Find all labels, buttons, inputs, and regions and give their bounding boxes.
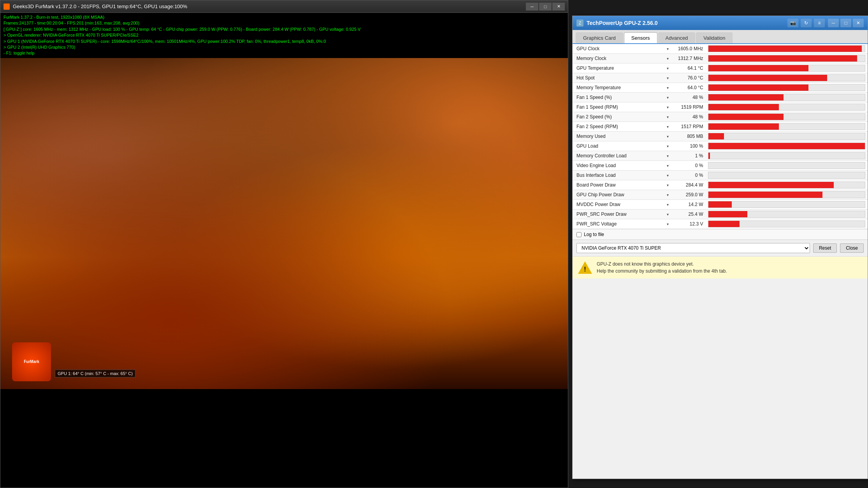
tab-validation[interactable]: Validation	[696, 32, 733, 43]
sensor-bar-cell	[706, 73, 868, 83]
sensor-name-cell: PWR_SRC Power Draw	[573, 210, 663, 219]
sensor-dropdown-cell[interactable]: ▾	[663, 54, 673, 63]
dropdown-arrow-icon[interactable]: ▾	[667, 164, 669, 168]
gpuz-refresh-btn[interactable]: ↻	[801, 19, 812, 27]
sensor-dropdown-cell[interactable]: ▾	[663, 141, 673, 151]
sensor-dropdown-cell[interactable]: ▾	[663, 93, 673, 102]
tab-advanced[interactable]: Advanced	[658, 32, 696, 43]
sensor-dropdown-cell[interactable]: ▾	[663, 83, 673, 93]
sensor-bar-inner	[708, 133, 724, 139]
dropdown-arrow-icon[interactable]: ▾	[667, 105, 669, 109]
furmark-info-bar: FurMark 1.37.2 - Burn-in test, 1920x1080…	[0, 13, 568, 58]
sensor-value-cell: 805 MB	[673, 132, 705, 141]
gpuz-minimize-btn[interactable]: ─	[828, 19, 839, 27]
log-to-file-checkbox[interactable]	[576, 232, 582, 237]
table-row: Bus Interface Load▾0 %	[573, 171, 868, 180]
sensor-name-cell: GPU Load	[573, 141, 663, 151]
gpuz-camera-btn[interactable]: 📷	[787, 19, 798, 27]
dropdown-arrow-icon[interactable]: ▾	[667, 144, 669, 148]
sensors-scroll-container[interactable]: GPU Clock▾1605.0 MHzMemory Clock▾1312.7 …	[573, 44, 868, 229]
sensor-value-cell: 0 %	[673, 171, 705, 180]
tab-graphics-card[interactable]: Graphics Card	[576, 32, 623, 43]
sensor-dropdown-cell[interactable]: ▾	[663, 219, 673, 229]
sensor-bar-outer	[708, 133, 865, 140]
close-button[interactable]: Close	[840, 243, 864, 253]
sensor-value-cell: 1519 RPM	[673, 102, 705, 112]
gpu-temp-text: GPU 1: 64° C (min: 57° C - max: 65° C)	[58, 371, 133, 376]
sensor-name-cell: Memory Clock	[573, 54, 663, 63]
sensor-name-cell: Fan 1 Speed (%)	[573, 93, 663, 102]
gpuz-menu-btn[interactable]: ≡	[814, 19, 825, 27]
sensor-bar-inner	[708, 85, 809, 91]
sensor-value-cell: 1605.0 MHz	[673, 44, 705, 54]
sensor-dropdown-cell[interactable]: ▾	[663, 151, 673, 161]
furmark-minimize-btn[interactable]: ─	[526, 3, 538, 11]
sensor-bar-outer	[708, 123, 865, 130]
furmark-canvas: FurMark GPU 1: 64° C (min: 57° C - max: …	[0, 58, 568, 389]
dropdown-arrow-icon[interactable]: ▾	[667, 154, 669, 158]
device-select[interactable]: NVIDIA GeForce RTX 4070 Ti SUPER	[576, 243, 810, 253]
furmark-info-line-2: Frames:241377 - time:00:20:04 - FPS:201 …	[4, 20, 565, 26]
sensor-dropdown-cell[interactable]: ▾	[663, 180, 673, 190]
sensor-dropdown-cell[interactable]: ▾	[663, 44, 673, 54]
sensor-value-cell: 1517 RPM	[673, 122, 705, 132]
table-row: GPU Load▾100 %	[573, 141, 868, 151]
dropdown-arrow-icon[interactable]: ▾	[667, 183, 669, 187]
furmark-window-controls: ─ □ ✕	[526, 3, 565, 11]
sensor-name-cell: Memory Controller Load	[573, 151, 663, 161]
sensor-dropdown-cell[interactable]: ▾	[663, 210, 673, 219]
dropdown-arrow-icon[interactable]: ▾	[667, 115, 669, 119]
furmark-info-line-1: FurMark 1.37.2 - Burn-in test, 1920x1080…	[4, 14, 565, 20]
dropdown-arrow-icon[interactable]: ▾	[667, 66, 669, 70]
sensor-dropdown-cell[interactable]: ▾	[663, 190, 673, 200]
sensor-name-cell: Fan 2 Speed (RPM)	[573, 122, 663, 132]
dropdown-arrow-icon[interactable]: ▾	[667, 203, 669, 207]
gpuz-warning-bar: ! GPU-Z does not know this graphics devi…	[573, 256, 868, 278]
sensor-bar-cell	[706, 122, 868, 132]
sensor-dropdown-cell[interactable]: ▾	[663, 63, 673, 73]
table-row: Hot Spot▾76.0 °C	[573, 73, 868, 83]
gpuz-close-btn[interactable]: ✕	[853, 19, 864, 27]
dropdown-arrow-icon[interactable]: ▾	[667, 173, 669, 178]
dropdown-arrow-icon[interactable]: ▾	[667, 47, 669, 51]
sensor-dropdown-cell[interactable]: ▾	[663, 171, 673, 180]
sensor-value-cell: 100 %	[673, 141, 705, 151]
sensor-bar-outer	[708, 55, 865, 62]
sensor-dropdown-cell[interactable]: ▾	[663, 112, 673, 122]
log-to-file-label[interactable]: Log to file	[584, 232, 604, 237]
sensor-bar-outer	[708, 181, 865, 189]
sensor-bar-cell	[706, 190, 868, 200]
sensor-dropdown-cell[interactable]: ▾	[663, 73, 673, 83]
furmark-close-btn[interactable]: ✕	[552, 3, 565, 11]
dropdown-arrow-icon[interactable]: ▾	[667, 125, 669, 129]
dropdown-arrow-icon[interactable]: ▾	[667, 134, 669, 139]
sensor-bar-outer	[708, 143, 865, 150]
sensor-bar-cell	[706, 44, 868, 54]
dropdown-arrow-icon[interactable]: ▾	[667, 86, 669, 90]
sensor-bar-inner	[708, 75, 828, 81]
tab-sensors[interactable]: Sensors	[624, 32, 657, 43]
gpuz-maximize-btn[interactable]: □	[840, 19, 851, 27]
furmark-maximize-btn[interactable]: □	[539, 3, 552, 11]
sensor-value-cell: 64.1 °C	[673, 63, 705, 73]
sensor-dropdown-cell[interactable]: ▾	[663, 161, 673, 171]
sensor-bar-cell	[706, 83, 868, 93]
sensor-bar-cell	[706, 210, 868, 219]
dropdown-arrow-icon[interactable]: ▾	[667, 222, 669, 226]
dropdown-arrow-icon[interactable]: ▾	[667, 56, 669, 61]
sensor-bar-inner	[708, 192, 823, 198]
furmark-info-line-3: [ GPU-Z ] core: 1605 MHz - mem: 1312 MHz…	[4, 26, 565, 32]
dropdown-arrow-icon[interactable]: ▾	[667, 212, 669, 217]
reset-button[interactable]: Reset	[813, 243, 837, 253]
dropdown-arrow-icon[interactable]: ▾	[667, 76, 669, 80]
sensor-dropdown-cell[interactable]: ▾	[663, 132, 673, 141]
dropdown-arrow-icon[interactable]: ▾	[667, 193, 669, 197]
sensor-bar-cell	[706, 171, 868, 180]
sensor-dropdown-cell[interactable]: ▾	[663, 102, 673, 112]
sensor-name-cell: Hot Spot	[573, 73, 663, 83]
sensor-bar-outer	[708, 152, 865, 159]
dropdown-arrow-icon[interactable]: ▾	[667, 95, 669, 100]
sensor-dropdown-cell[interactable]: ▾	[663, 122, 673, 132]
sensor-dropdown-cell[interactable]: ▾	[663, 200, 673, 210]
sensor-name-cell: Fan 2 Speed (%)	[573, 112, 663, 122]
